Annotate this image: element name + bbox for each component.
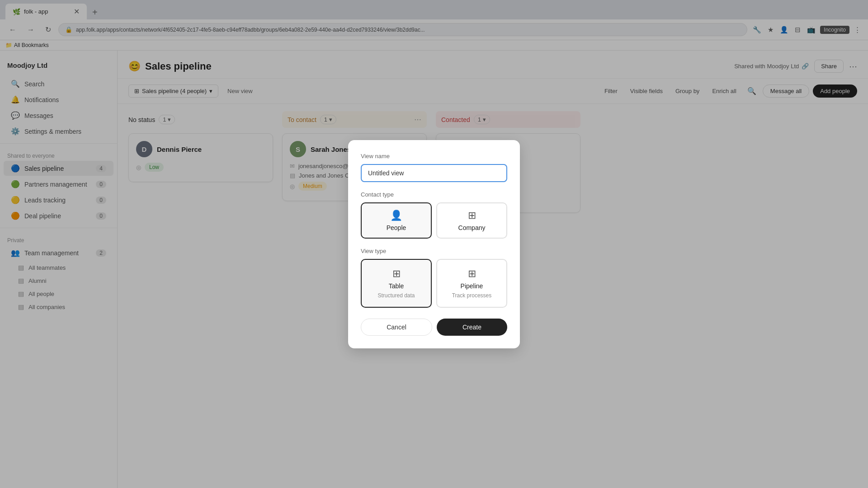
pipeline-icon: ⊞ [468,268,476,280]
pipeline-sub-label: Track processes [452,292,492,299]
contact-type-options: 👤 People ⊞ Company [361,202,507,239]
table-label: Table [389,282,404,290]
pipeline-label: Pipeline [461,282,483,290]
company-icon: ⊞ [468,210,476,221]
view-name-input[interactable] [361,164,507,182]
view-type-table[interactable]: ⊞ Table Structured data [361,259,432,308]
table-icon: ⊞ [392,268,401,280]
contact-type-company[interactable]: ⊞ Company [436,202,507,239]
create-button[interactable]: Create [437,319,507,336]
table-sub-label: Structured data [377,292,415,299]
view-type-label: View type [361,248,507,254]
people-icon: 👤 [390,210,402,221]
modal-overlay: View name Contact type 👤 People ⊞ Compan… [0,0,868,488]
contact-type-people[interactable]: 👤 People [361,202,432,239]
modal-view-name-label: View name [361,153,507,160]
modal-actions: Cancel Create [361,319,507,336]
company-label: Company [458,224,486,231]
cancel-button[interactable]: Cancel [361,319,432,336]
people-label: People [387,224,406,231]
view-type-options: ⊞ Table Structured data ⊞ Pipeline Track… [361,259,507,308]
contact-type-label: Contact type [361,191,507,198]
view-type-pipeline[interactable]: ⊞ Pipeline Track processes [436,259,507,308]
new-view-modal: View name Contact type 👤 People ⊞ Compan… [348,140,520,348]
